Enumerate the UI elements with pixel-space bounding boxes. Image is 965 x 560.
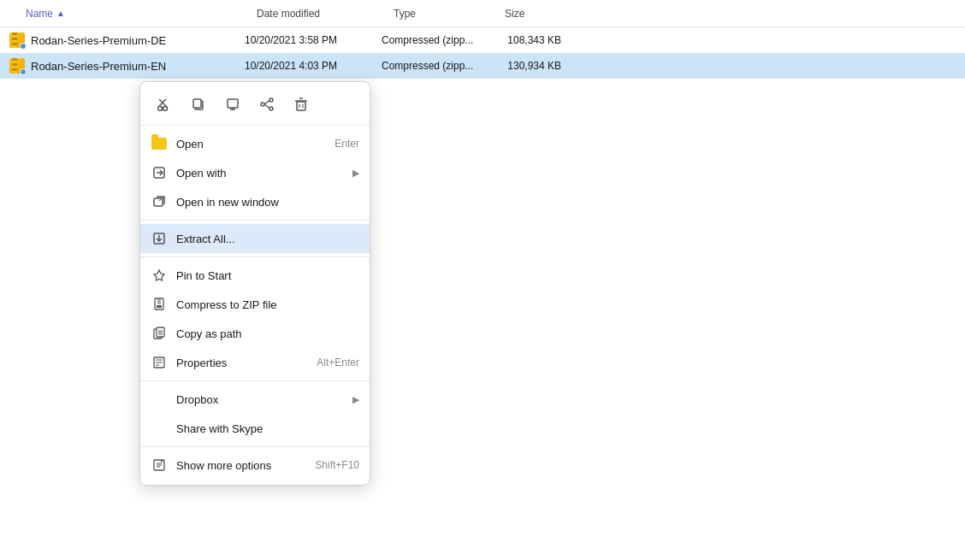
name-label: Name <box>26 8 53 20</box>
file-icon <box>9 32 26 49</box>
file-date: 10/20/2021 3:58 PM <box>245 34 382 46</box>
open-icon <box>151 135 168 152</box>
delete-icon <box>294 97 308 111</box>
col-size-header[interactable]: Size <box>505 8 590 20</box>
dropbox-icon <box>151 391 168 408</box>
svg-line-13 <box>264 104 269 109</box>
share-skype-icon <box>151 420 168 437</box>
file-type: Compressed (zipp... <box>382 60 493 72</box>
dropbox-arrow-icon: ▶ <box>352 394 359 405</box>
open-new-window-icon <box>151 193 168 210</box>
context-menu-toolbar <box>140 87 370 126</box>
svg-rect-14 <box>297 102 305 110</box>
rename-button[interactable] <box>219 91 246 118</box>
file-name: Rodan-Series-Premium-EN <box>31 60 245 73</box>
properties-shortcut: Alt+Enter <box>317 357 359 368</box>
file-list-header: Name ▲ Date modified Type Size <box>0 0 965 27</box>
svg-rect-5 <box>193 99 201 108</box>
open-with-icon <box>151 164 168 181</box>
properties-icon <box>151 354 168 371</box>
svg-rect-29 <box>157 305 162 308</box>
col-date-header[interactable]: Date modified <box>257 8 394 20</box>
svg-point-2 <box>158 107 163 111</box>
show-more-label: Show more options <box>176 459 308 472</box>
delete-button[interactable] <box>287 91 315 118</box>
svg-point-9 <box>269 98 273 102</box>
file-date: 10/20/2021 4:03 PM <box>245 60 382 72</box>
dropbox-label: Dropbox <box>176 393 349 406</box>
zip-icon <box>9 58 25 74</box>
show-more-shortcut: Shift+F10 <box>315 459 359 471</box>
share-skype-label: Share with Skype <box>176 422 359 435</box>
svg-line-12 <box>264 101 269 105</box>
properties-label: Properties <box>176 357 310 369</box>
context-menu-open-with[interactable]: Open with ▶ <box>140 158 370 187</box>
cut-icon <box>157 97 171 111</box>
size-label: Size <box>505 8 524 20</box>
copy-icon <box>192 97 205 111</box>
extract-all-icon <box>151 230 168 247</box>
copy-button[interactable] <box>185 91 212 118</box>
context-menu-extract-all[interactable]: Extract All... <box>140 224 370 253</box>
sort-arrow-icon: ▲ <box>56 9 65 18</box>
file-name: Rodan-Series-Premium-DE <box>31 34 245 47</box>
compress-zip-label: Compress to ZIP file <box>176 298 359 311</box>
file-size: 108,343 KB <box>493 34 578 46</box>
open-with-arrow-icon: ▶ <box>352 168 359 179</box>
separator-4 <box>140 446 370 447</box>
col-name-header[interactable]: Name ▲ <box>26 8 257 20</box>
rename-icon <box>226 97 240 111</box>
context-menu-share-skype[interactable]: Share with Skype <box>140 414 370 443</box>
context-menu-show-more[interactable]: Show more options Shift+F10 <box>140 451 370 480</box>
show-more-icon <box>151 457 168 474</box>
col-type-header[interactable]: Type <box>394 8 505 20</box>
open-shortcut: Enter <box>334 138 359 150</box>
open-with-label: Open with <box>176 167 349 180</box>
separator-3 <box>140 380 370 381</box>
open-new-window-label: Open in new window <box>176 196 359 209</box>
context-menu-properties[interactable]: Properties Alt+Enter <box>140 348 370 377</box>
copy-as-path-icon <box>151 325 168 342</box>
table-row[interactable]: Rodan-Series-Premium-DE 10/20/2021 3:58 … <box>0 27 965 53</box>
context-menu: Open Enter Open with ▶ Open in new windo… <box>139 81 370 486</box>
svg-point-3 <box>163 107 168 111</box>
compress-zip-icon <box>151 296 168 313</box>
date-label: Date modified <box>257 8 320 20</box>
svg-point-11 <box>261 103 264 106</box>
pin-to-start-icon <box>151 267 168 284</box>
context-menu-dropbox[interactable]: Dropbox ▶ <box>140 385 370 414</box>
share-button[interactable] <box>253 91 281 118</box>
svg-rect-6 <box>228 99 238 108</box>
separator-2 <box>140 256 370 257</box>
file-icon <box>9 57 26 74</box>
table-row[interactable]: Rodan-Series-Premium-EN 10/20/2021 4:03 … <box>0 53 965 79</box>
context-menu-open[interactable]: Open Enter <box>140 129 370 158</box>
open-label: Open <box>176 138 328 150</box>
zip-icon <box>9 32 25 48</box>
copy-as-path-label: Copy as path <box>176 327 359 340</box>
context-menu-pin-to-start[interactable]: Pin to Start <box>140 261 370 290</box>
extract-all-label: Extract All... <box>176 233 359 245</box>
context-menu-copy-as-path[interactable]: Copy as path <box>140 319 370 348</box>
file-type: Compressed (zipp... <box>382 34 493 46</box>
svg-point-10 <box>269 107 273 110</box>
separator-1 <box>140 220 370 221</box>
share-icon <box>260 97 274 111</box>
file-size: 130,934 KB <box>493 60 578 72</box>
pin-to-start-label: Pin to Start <box>176 269 359 282</box>
type-label: Type <box>394 8 416 20</box>
context-menu-open-new-window[interactable]: Open in new window <box>140 187 370 216</box>
context-menu-compress-zip[interactable]: Compress to ZIP file <box>140 290 370 319</box>
cut-button[interactable] <box>151 91 178 118</box>
